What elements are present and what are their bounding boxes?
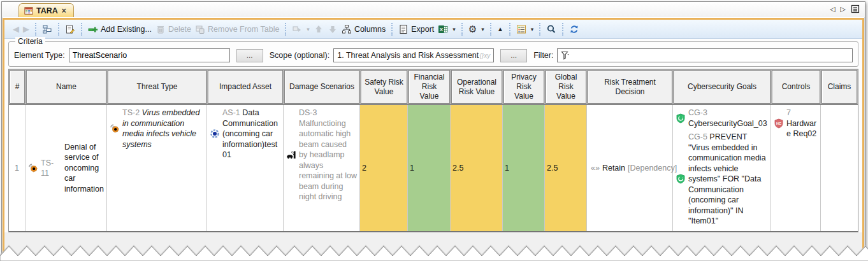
export-button[interactable]: Export xyxy=(398,24,434,34)
name-text: Denial of service of oncoming car inform… xyxy=(64,142,104,195)
table-row[interactable]: 1 TS-11 Denial of service of oncoming ca… xyxy=(9,104,858,232)
cell-threat-type[interactable]: TS-2 Virus embedded in communication med… xyxy=(107,105,207,231)
cell-num[interactable]: 1 xyxy=(9,105,25,231)
damage-id: DS-3 xyxy=(299,108,317,117)
criteria-title: Criteria xyxy=(15,37,45,46)
tab-list-icon[interactable] xyxy=(851,4,860,13)
col-header-num[interactable]: # xyxy=(10,70,25,104)
cell-financial-risk[interactable]: 1 xyxy=(408,105,451,231)
col-header-cybersecurity-goals[interactable]: Cybersecurity Goals xyxy=(674,70,770,104)
delete-icon xyxy=(156,24,166,34)
goal1-id: CG-3 xyxy=(688,108,707,117)
add-existing-button[interactable]: Add Existing... xyxy=(88,24,152,34)
tab-scroll-right-icon[interactable]: ▷ xyxy=(841,5,846,13)
col-header-name[interactable]: Name xyxy=(26,70,106,104)
cell-damage-scenarios[interactable]: DS-3 Malfunctioing automatic high beam c… xyxy=(284,105,360,231)
filter-funnel-icon[interactable] xyxy=(561,51,570,60)
back-icon[interactable]: ◀ xyxy=(13,24,19,34)
col-header-financial-risk[interactable]: Financial Risk Value xyxy=(409,70,450,104)
display-mode-dropdown-icon[interactable]: ▾ xyxy=(531,26,534,32)
cell-risk-treatment[interactable]: «» Retain [Dependency] xyxy=(587,105,673,231)
scope-input[interactable]: 1. Threat Analysis and Risk Assessment {… xyxy=(333,48,494,62)
goal1-text: CybersecurityGoal_03 xyxy=(688,119,767,128)
refresh-icon[interactable] xyxy=(569,24,579,34)
col-header-privacy-risk[interactable]: Privacy Risk Value xyxy=(503,70,544,104)
cell-cybersecurity-goals[interactable]: CG-3 CybersecurityGoal_03 CG-5 PREVENT "… xyxy=(673,105,771,231)
col-header-safety-risk[interactable]: Safety Risk Value xyxy=(361,70,407,104)
nest-rows-dropdown-icon[interactable]: ▾ xyxy=(307,26,310,32)
filter-label: Filter: xyxy=(533,51,553,60)
col-header-global-risk[interactable]: Global Risk Value xyxy=(546,70,586,104)
specification-icon[interactable] xyxy=(65,24,75,34)
tab-scroll-left-icon[interactable]: ◁ xyxy=(830,5,835,13)
cell-impacted-asset[interactable]: AS-1 Data Communication (oncoming car in… xyxy=(207,105,284,231)
tab-tara[interactable]: TARA × xyxy=(18,3,74,17)
export-dropdown-icon[interactable]: ▾ xyxy=(452,26,456,32)
col-header-operational-risk[interactable]: Operational Risk Value xyxy=(451,70,502,104)
nest-rows-icon[interactable] xyxy=(292,24,302,34)
tara-table: # Name Threat Type Impacted Asset Damage… xyxy=(8,69,858,232)
excel-icon[interactable]: X xyxy=(438,24,448,34)
col-header-claims[interactable]: Claims xyxy=(821,70,857,104)
col-header-damage-scenarios[interactable]: Damage Scenarios xyxy=(284,70,359,104)
scope-value: 1. Threat Analysis and Risk Assessment xyxy=(337,51,479,60)
delete-button[interactable]: Delete xyxy=(156,24,191,34)
element-type-value[interactable] xyxy=(73,49,226,62)
add-existing-label: Add Existing... xyxy=(101,25,152,34)
remove-from-table-button[interactable]: Remove From Table xyxy=(195,24,279,34)
cell-privacy-risk[interactable]: 1 xyxy=(503,105,545,231)
cell-name[interactable]: TS-11 Denial of service of oncoming car … xyxy=(25,105,107,231)
col-header-risk-treatment[interactable]: Risk Treatment Decision xyxy=(588,70,672,104)
rtd-qualifier: [Dependency] xyxy=(628,163,677,174)
tara-window: TARA × ◁ ▷ ◀ ▶ xyxy=(1,1,865,261)
scope-browse-button[interactable]: ... xyxy=(500,49,527,62)
move-up-icon[interactable] xyxy=(314,24,324,34)
asset-id: AS-1 xyxy=(222,108,240,117)
svg-text:HC: HC xyxy=(776,122,781,125)
export-doc-icon xyxy=(398,24,409,34)
cell-operational-risk[interactable]: 2.5 xyxy=(451,105,503,231)
dependency-guillemets: «» xyxy=(591,163,600,174)
remove-from-table-icon xyxy=(195,24,205,34)
cell-controls[interactable]: HC 7 Hardware Req02 xyxy=(771,105,821,231)
svg-text:X: X xyxy=(440,27,444,32)
tab-close-icon[interactable]: × xyxy=(61,6,67,15)
scope-label: Scope (optional): xyxy=(270,51,330,60)
element-type-input[interactable] xyxy=(69,48,230,62)
name-id: TS-11 xyxy=(41,158,62,179)
element-type-browse-button[interactable]: ... xyxy=(236,49,263,62)
search-icon[interactable] xyxy=(546,24,556,34)
options-gear-icon[interactable]: ⚙ xyxy=(468,24,477,34)
options-dropdown-icon[interactable]: ▾ xyxy=(481,26,484,32)
content-area: ◀ ▶ xyxy=(3,18,864,260)
display-mode-icon[interactable] xyxy=(516,24,526,34)
columns-button[interactable]: Columns xyxy=(342,24,386,34)
filter-value[interactable] xyxy=(573,49,849,62)
tab-bar: TARA × ◁ ▷ xyxy=(2,2,865,17)
cybersecurity-goal-shield-icon xyxy=(676,113,686,123)
columns-label: Columns xyxy=(354,25,386,34)
remove-from-table-label: Remove From Table xyxy=(208,25,279,34)
col-header-threat-type[interactable]: Threat Type xyxy=(108,70,206,104)
col-header-impacted-asset[interactable]: Impacted Asset xyxy=(208,70,283,104)
table-header-row: # Name Threat Type Impacted Asset Damage… xyxy=(9,69,858,104)
threat-scenario-icon xyxy=(28,163,38,173)
cell-global-risk[interactable]: 2.5 xyxy=(545,105,587,231)
cell-safety-risk[interactable]: 2 xyxy=(360,105,408,231)
goal2-id: CG-5 xyxy=(688,132,707,141)
control-text: Hardware Req02 xyxy=(786,119,816,139)
col-header-controls[interactable]: Controls xyxy=(772,70,820,104)
filter-input[interactable] xyxy=(557,48,853,62)
damage-text: Malfunctioing automatic high beam caused… xyxy=(299,119,357,202)
move-down-icon[interactable] xyxy=(328,24,338,34)
forward-icon[interactable]: ▶ xyxy=(23,24,29,34)
cell-claims[interactable] xyxy=(821,105,858,231)
add-existing-icon xyxy=(88,24,98,34)
containment-tree-icon[interactable] xyxy=(42,24,52,34)
damage-crash-icon xyxy=(286,150,296,160)
collapse-criteria-icon[interactable]: ▲ xyxy=(497,25,503,32)
export-label: Export xyxy=(411,25,434,34)
tab-title: TARA xyxy=(36,6,58,15)
torn-edge xyxy=(0,243,868,261)
delete-label: Delete xyxy=(168,25,191,34)
